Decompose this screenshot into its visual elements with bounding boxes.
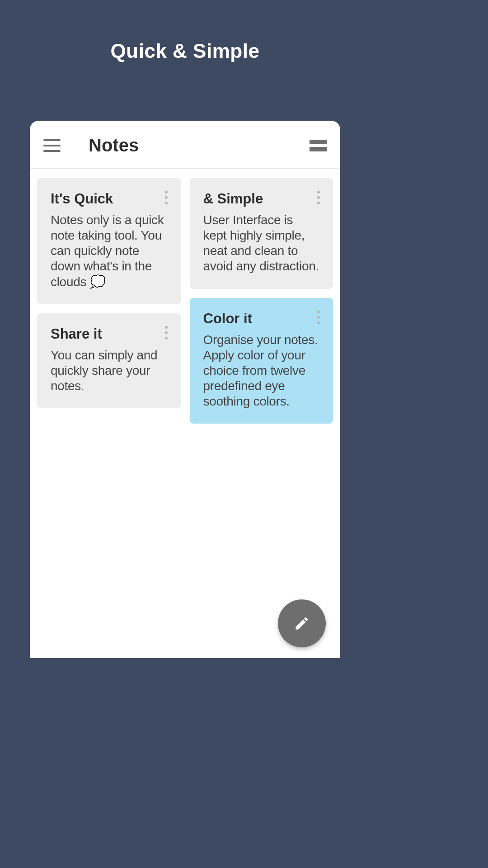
pencil-icon [294, 615, 310, 632]
note-card[interactable]: Color it Organise your notes. Apply colo… [190, 298, 333, 424]
toolbar-title: Notes [89, 135, 310, 156]
page-title: Quick & Simple [0, 0, 370, 62]
note-title: Share it [51, 326, 167, 342]
compose-button[interactable] [278, 599, 326, 647]
note-body: You can simply and quickly share your no… [51, 348, 167, 394]
view-toggle-icon[interactable] [310, 140, 327, 151]
more-vertical-icon[interactable] [314, 311, 323, 324]
toolbar: Notes [30, 121, 340, 169]
note-title: Color it [203, 311, 320, 327]
note-body: Organise your notes. Apply color of your… [203, 332, 320, 410]
note-title: It's Quick [51, 191, 167, 207]
more-vertical-icon[interactable] [162, 326, 171, 340]
note-body: Notes only is a quick note taking tool. … [51, 212, 167, 290]
more-vertical-icon[interactable] [162, 191, 171, 204]
note-card[interactable]: & Simple User Interface is kept highly s… [190, 178, 333, 289]
notes-column-right: & Simple User Interface is kept highly s… [190, 178, 333, 649]
menu-icon[interactable] [43, 139, 61, 152]
note-title: & Simple [203, 191, 320, 207]
note-body: User Interface is kept highly simple, ne… [203, 212, 320, 274]
notes-grid: It's Quick Notes only is a quick note ta… [30, 169, 340, 658]
app-frame: Notes It's Quick Notes only is a quick n… [30, 121, 340, 658]
more-vertical-icon[interactable] [314, 191, 323, 204]
note-card[interactable]: Share it You can simply and quickly shar… [37, 313, 181, 408]
notes-column-left: It's Quick Notes only is a quick note ta… [37, 178, 181, 649]
note-card[interactable]: It's Quick Notes only is a quick note ta… [37, 178, 181, 304]
